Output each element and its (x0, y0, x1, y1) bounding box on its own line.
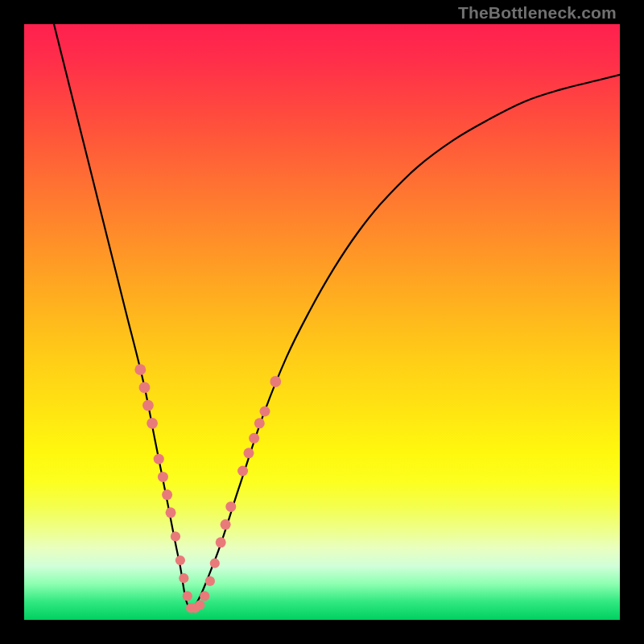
data-point-marker (158, 472, 168, 482)
data-point-marker (254, 418, 265, 428)
data-point-marker (134, 364, 146, 375)
attribution-text: TheBottleneck.com (458, 3, 617, 23)
data-point-marker (195, 600, 204, 609)
data-point-marker (139, 382, 151, 393)
data-point-marker (166, 507, 176, 518)
data-point-marker (171, 531, 180, 541)
data-point-marker (249, 433, 259, 444)
data-point-marker (225, 502, 236, 512)
data-point-marker (200, 591, 209, 601)
data-point-marker (154, 454, 164, 464)
data-point-marker (142, 400, 154, 411)
data-point-marker (259, 406, 270, 416)
data-point-marker (162, 489, 172, 500)
data-point-marker (221, 519, 231, 530)
data-point-marker (179, 573, 188, 583)
plot-area (24, 24, 620, 620)
data-point-marker (237, 465, 248, 476)
bottleneck-curve (54, 24, 620, 608)
data-point-marker (183, 591, 192, 601)
data-point-marker (175, 555, 185, 565)
chart-frame: TheBottleneck.com (0, 0, 644, 644)
data-point-marker (210, 559, 220, 568)
data-point-marker (205, 576, 215, 586)
chart-svg (24, 24, 620, 620)
data-point-marker (147, 418, 158, 429)
data-point-marker (216, 537, 226, 547)
data-point-marker (243, 448, 254, 458)
data-point-marker (270, 376, 281, 387)
